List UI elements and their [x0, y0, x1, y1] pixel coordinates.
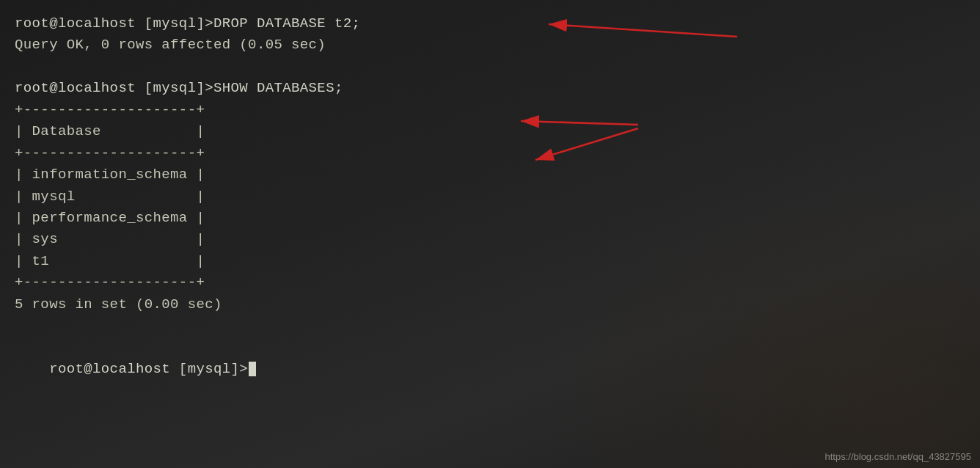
line-4: root@localhost [mysql]>SHOW DATABASES; [15, 78, 965, 99]
terminal-cursor [249, 362, 256, 376]
line-6: | Database | [15, 121, 965, 142]
line-13: +--------------------+ [15, 272, 965, 293]
line-2: Query OK, 0 rows affected (0.05 sec) [15, 34, 965, 56]
line-3 [15, 56, 965, 78]
line-11: | sys | [15, 229, 965, 250]
line-16: root@localhost [mysql]> [15, 337, 965, 402]
line-10: | performance_schema | [15, 208, 965, 229]
line-15 [15, 315, 965, 337]
line-5: +--------------------+ [15, 100, 965, 121]
line-8: | information_schema | [15, 164, 965, 186]
line-12: | t1 | [15, 251, 965, 272]
line-9: | mysql | [15, 186, 965, 208]
line-7: +--------------------+ [15, 143, 965, 164]
line-1: root@localhost [mysql]>DROP DATABASE t2; [15, 13, 965, 34]
terminal-content: root@localhost [mysql]>DROP DATABASE t2;… [0, 0, 980, 468]
watermark: https://blog.csdn.net/qq_43827595 [825, 451, 972, 462]
line-14: 5 rows in set (0.00 sec) [15, 294, 965, 315]
